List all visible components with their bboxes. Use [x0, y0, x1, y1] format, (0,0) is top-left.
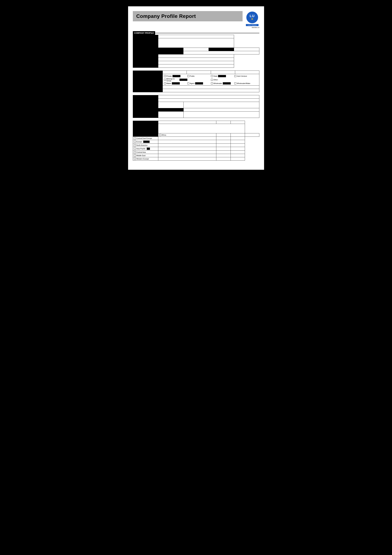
- cell-label: [133, 121, 158, 124]
- checkbox-icon: [234, 75, 236, 77]
- logo-circle: LU ✕: [246, 11, 258, 24]
- dark-fill: [195, 82, 203, 85]
- cell-label: [133, 102, 158, 111]
- checkbox-north-america[interactable]: North America: [134, 144, 157, 146]
- checkbox-belongs-group[interactable]: Belongs to Group: [164, 78, 187, 82]
- cell-label: [133, 54, 158, 58]
- cell-value: [158, 137, 216, 140]
- checkbox-icon: [159, 134, 161, 136]
- dark-fill: [179, 79, 187, 81]
- checkbox-icon: [134, 141, 136, 143]
- region-europe-label: Europe: [136, 141, 142, 143]
- page-title: Company Profile Report: [136, 13, 239, 19]
- checkbox-other[interactable]: Other:: [211, 78, 235, 82]
- cell-value: [211, 71, 235, 74]
- checkbox-western-europe[interactable]: Western Europe: [134, 158, 157, 160]
- table-row: [133, 35, 259, 38]
- table-row: North America: [133, 144, 259, 147]
- cell-value: [158, 54, 234, 58]
- cell-label: [133, 58, 158, 61]
- checkbox-agent[interactable]: Agent: [187, 82, 211, 85]
- cell-label: [133, 95, 158, 102]
- cell-value: [187, 71, 211, 74]
- cell-value: [158, 140, 216, 144]
- table-row: Western Europe: [133, 157, 259, 161]
- checkbox-middle-east[interactable]: Middle East: [134, 154, 157, 156]
- checkbox-central-east-europe[interactable]: Central East Europe: [134, 137, 157, 139]
- cell-value: [158, 95, 259, 99]
- members-of-label: Members of: [245, 27, 259, 28]
- company-info-table: [133, 35, 259, 68]
- cell-label: [133, 35, 158, 38]
- cell-value: [231, 147, 245, 151]
- checkbox-icon: [134, 158, 136, 160]
- company-profile-label: COMPANY PROFILE: [133, 31, 155, 35]
- header: Company Profile Report LU ✕ LUX-TOOLS Me…: [133, 11, 259, 28]
- cell-value: [158, 111, 183, 118]
- table-row: [133, 71, 259, 74]
- cell-value: [183, 48, 209, 51]
- cell-value: [183, 102, 259, 108]
- cell-value: [183, 51, 259, 54]
- checkbox-europe[interactable]: Europe: [134, 141, 157, 143]
- checkbox-text: Public: [190, 75, 195, 77]
- checkbox-central-asia[interactable]: Central Asia: [134, 151, 157, 153]
- cell-value: [216, 137, 231, 140]
- region-north-america-label: North America: [136, 144, 148, 146]
- cell-label: [158, 48, 183, 51]
- checkbox-wholesaler-maker[interactable]: Wholesaler/Make: [234, 82, 258, 85]
- region-europe-cell: Europe: [133, 140, 158, 144]
- cell-label: [158, 108, 183, 111]
- table-row: [133, 64, 259, 68]
- cell-value: [158, 157, 216, 161]
- checkbox-asia-pacific[interactable]: Asia-Pacific: [134, 148, 157, 150]
- cell-value: [163, 89, 259, 92]
- checkbox-text: Maker: [166, 82, 171, 84]
- cell-label: [133, 124, 158, 137]
- checkbox-joint-venture[interactable]: Joint Venture: [234, 75, 258, 77]
- checkbox-icon: [211, 79, 213, 81]
- logo-lux: LU: [250, 14, 255, 18]
- cell-value: [158, 102, 183, 108]
- table-row: [133, 124, 259, 133]
- table-row: Central Asia: [133, 151, 259, 154]
- cell-label: [133, 71, 163, 92]
- checkbox-icon: [134, 154, 136, 156]
- checkbox-text: Wholesaler: [214, 82, 222, 84]
- checkbox-icon: [134, 148, 136, 150]
- ownership-table: Private Public State: [133, 71, 259, 92]
- dark-fill: [172, 75, 180, 77]
- checkbox-public[interactable]: Public: [187, 75, 211, 77]
- checkbox-icon: [134, 137, 136, 139]
- cell-value: [216, 154, 231, 157]
- checkbox-text: State: [214, 75, 218, 77]
- logo-box: LU ✕ LUX-TOOLS Members of: [245, 11, 259, 28]
- table-row: [133, 102, 259, 108]
- checkbox-africa[interactable]: Africa: [159, 134, 215, 136]
- cell-value: [183, 108, 259, 111]
- checkbox-state[interactable]: State: [211, 75, 235, 77]
- cell-value: [158, 35, 234, 38]
- cell-value: [216, 151, 231, 154]
- cell-value: [158, 58, 234, 61]
- table-row: [133, 54, 259, 58]
- checkbox-wholesaler[interactable]: Wholesaler: [211, 82, 235, 85]
- table-row: [133, 121, 259, 124]
- cell-value: [231, 140, 245, 144]
- checkbox-icon: [134, 144, 136, 146]
- cell-value: [158, 147, 216, 151]
- table-row: Middle East: [133, 154, 259, 157]
- checkbox-icon: [211, 82, 213, 84]
- cell-value: [158, 61, 234, 64]
- checkbox-private[interactable]: Private: [164, 75, 187, 77]
- title-box: Company Profile Report: [133, 11, 242, 21]
- cell-label: [209, 48, 234, 51]
- checkbox-maker[interactable]: Maker: [164, 82, 187, 85]
- checkbox-text: Private: [166, 75, 172, 77]
- cell-value: [235, 71, 259, 74]
- region-africa-label: Africa: [162, 134, 166, 136]
- region-western-europe-label: Western Europe: [136, 158, 149, 160]
- cell-label: [158, 51, 183, 54]
- cell-value: [158, 64, 234, 68]
- checkbox-text: Joint Venture: [237, 75, 247, 77]
